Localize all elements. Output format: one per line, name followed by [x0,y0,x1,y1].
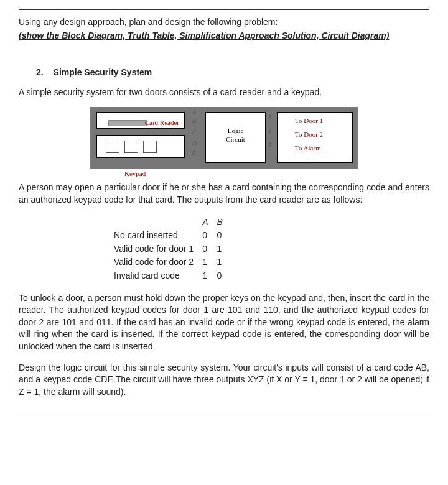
table-row: Valid code for door 1 0 1 [110,243,226,256]
row-label: Invalid card code [110,270,197,282]
block-diagram: Card Reader Keypad A B C D E Logic Circu… [90,107,358,169]
key-icon [124,141,138,153]
card-reader-label: Card Reader [145,115,179,131]
row-label: Valid code for door 2 [110,256,197,269]
col-B: B [213,216,226,229]
table-row: No card inserted 0 0 [110,229,226,242]
cell: 0 [198,243,212,256]
key-icon [106,141,119,153]
cell: 1 [198,270,212,282]
table-row: A B [110,216,226,229]
table-row: Valid code for door 2 1 1 [110,256,226,269]
cell: 1 [213,256,226,269]
paragraph-unlock: To unlock a door, a person must hold dow… [19,292,429,353]
section-heading: 2. Simple Security System [19,67,429,79]
section-number: 2. [36,67,44,77]
paragraph-after-diagram: A person may open a particular door if h… [19,182,429,206]
col-A: A [198,216,212,229]
intro-sentence: A simple security system for two doors c… [19,86,429,99]
keypad-label: Keypad [124,169,146,178]
card-code-table: A B No card inserted 0 0 Valid code for … [109,215,228,284]
row-label: No card inserted [110,229,197,242]
signal-Y: Y [268,127,272,136]
signal-B: B [192,117,196,126]
cell: 1 [198,256,212,269]
key-icon [143,141,157,153]
cell: 0 [213,229,226,242]
prompt-line-2: (show the Block Diagram, Truth Table, Si… [19,30,429,42]
signal-C: C [192,128,197,137]
output-door2: To Door 2 [295,130,323,139]
cell: 0 [213,270,226,282]
cell: 1 [213,243,226,256]
logic-circuit-box: Logic Circuit [205,112,266,163]
signal-X: X [268,113,272,122]
output-door1: To Door 1 [295,116,323,126]
row-label: Valid code for door 1 [110,243,197,256]
signal-A: A [192,108,196,117]
paragraph-design: Design the logic circuit for this simple… [19,362,429,399]
output-box: To Door 1 To Door 2 To Alarm [277,112,353,163]
signal-E: E [192,149,196,158]
output-alarm: To Alarm [295,144,321,153]
signal-Z: Z [268,141,272,149]
logic-label-2: Circuit [206,135,265,144]
table-row: Invalid card code 1 0 [110,270,226,282]
cell: 0 [198,229,212,242]
card-slot-icon [108,120,147,126]
footer-line [19,413,429,413]
signal-D: D [192,139,197,148]
card-reader-box: Card Reader [96,112,185,129]
prompt-line-1: Using any design approach, plan and desi… [19,16,429,29]
keypad-box [96,135,185,158]
section-title: Simple Security System [54,67,152,77]
